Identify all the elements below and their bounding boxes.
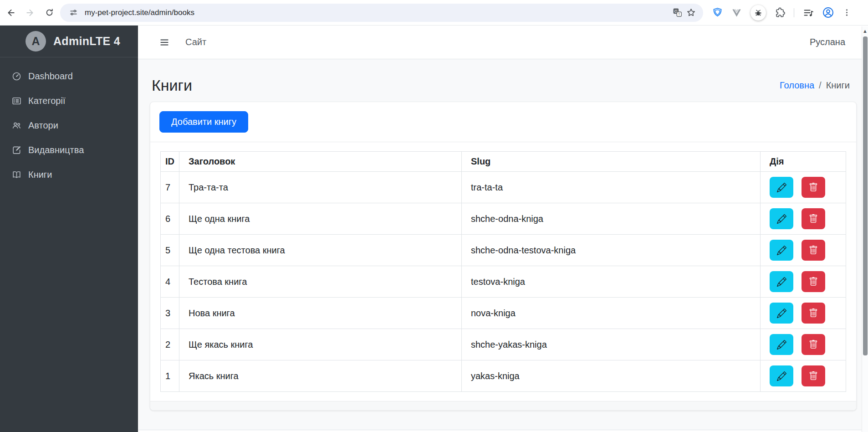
sidebar-nav: Dashboard Категорії Автори Видавництва [0, 57, 138, 187]
page-title: Книги [152, 77, 192, 94]
extensions-puzzle-icon[interactable] [775, 7, 785, 18]
scroll-up-arrow[interactable]: ▲ [862, 28, 868, 34]
book-icon [12, 170, 21, 180]
sidebar-item-label: Автори [28, 120, 58, 131]
sidebar-item-books[interactable]: Книги [0, 162, 138, 187]
column-header-id: ID [161, 152, 179, 172]
book-id: 6 [161, 203, 179, 235]
edit-book-button[interactable] [770, 365, 793, 386]
books-card: Добавити книгу ID Заголовок Slug Дія [150, 102, 857, 411]
breadcrumb-current: Книги [826, 80, 850, 91]
book-actions [761, 235, 846, 266]
reload-icon[interactable] [41, 5, 57, 21]
svg-text:т: т [678, 12, 680, 16]
url-text[interactable]: my-pet-project.site/admin/books [85, 8, 670, 17]
edit-book-button[interactable] [770, 271, 793, 292]
edit-book-button[interactable] [770, 303, 793, 324]
sidebar-toggle-button[interactable] [156, 34, 173, 51]
brand-title: AdminLTE 4 [53, 35, 120, 48]
delete-book-button[interactable] [802, 334, 825, 355]
column-header-slug: Slug [462, 152, 761, 172]
sidebar-item-categories[interactable]: Категорії [0, 88, 138, 113]
browser-nav-buttons [3, 5, 57, 21]
column-header-title: Заголовок [179, 152, 462, 172]
book-id: 7 [161, 172, 179, 203]
shield-extension-icon[interactable] [712, 7, 723, 18]
book-title: Тестова книга [179, 266, 462, 298]
page-scrollbar[interactable]: ▲ [862, 26, 868, 432]
delete-book-button[interactable] [802, 177, 825, 198]
back-icon[interactable] [3, 5, 19, 21]
table-row: 6 Ще одна книга shche-odna-kniga [161, 203, 846, 235]
sidebar-item-label: Категорії [28, 96, 66, 106]
browser-toolbar: my-pet-project.site/admin/books Gт [0, 0, 868, 26]
edit-book-button[interactable] [770, 208, 793, 229]
books-table-body: 7 Тра-та-та tra-ta-ta 6 Ще одна книга sh… [161, 172, 846, 392]
toolbar-separator [794, 8, 794, 17]
add-book-button[interactable]: Добавити книгу [159, 111, 248, 133]
book-title: Якась книга [179, 360, 462, 392]
scrollbar-thumb[interactable] [863, 36, 868, 355]
app-footer-edge [138, 430, 862, 432]
edit-book-button[interactable] [770, 334, 793, 355]
column-header-actions: Дія [761, 152, 846, 172]
sidebar-item-publishers[interactable]: Видавництва [0, 138, 138, 162]
trash-icon [809, 246, 818, 255]
table-row: 1 Якась книга yakas-kniga [161, 360, 846, 392]
trash-icon [809, 183, 818, 192]
trash-icon [809, 277, 818, 286]
book-actions [761, 203, 846, 235]
navbar-user[interactable]: Руслана [810, 37, 845, 47]
book-title: Ще одна тестова книга [179, 235, 462, 266]
edit-book-button[interactable] [770, 177, 793, 198]
navbar-site-link[interactable]: Сайт [185, 37, 206, 47]
pencil-icon [777, 183, 786, 192]
vue-devtools-icon[interactable] [731, 8, 742, 17]
media-controls-icon[interactable] [803, 7, 814, 18]
book-actions [761, 172, 846, 203]
trash-icon [809, 309, 818, 318]
book-title: Ще одна книга [179, 203, 462, 235]
book-slug: yakas-kniga [462, 360, 761, 392]
profile-icon[interactable] [822, 7, 834, 18]
card-footer [150, 401, 856, 410]
forward-icon [22, 5, 38, 21]
book-slug: shche-odna-kniga [462, 203, 761, 235]
menu-kebab-icon[interactable] [842, 8, 851, 17]
book-id: 5 [161, 235, 179, 266]
translate-icon[interactable]: Gт [670, 6, 684, 20]
card-header: Добавити книгу [150, 102, 856, 142]
delete-book-button[interactable] [802, 365, 825, 386]
book-actions [761, 266, 846, 298]
delete-book-button[interactable] [802, 303, 825, 324]
url-bar[interactable]: my-pet-project.site/admin/books Gт [60, 4, 703, 22]
pencil-icon [777, 309, 786, 318]
gauge-icon [12, 72, 21, 81]
delete-book-button[interactable] [802, 271, 825, 292]
top-navbar: Сайт Руслана [138, 26, 868, 59]
book-id: 3 [161, 298, 179, 329]
site-settings-icon[interactable] [66, 6, 80, 20]
book-actions [761, 298, 846, 329]
sidebar-item-dashboard[interactable]: Dashboard [0, 64, 138, 88]
book-title: Ще якась книга [179, 329, 462, 360]
book-title: Тра-та-та [179, 172, 462, 203]
sidebar-item-authors[interactable]: Автори [0, 113, 138, 138]
breadcrumb-home-link[interactable]: Головна [780, 80, 814, 91]
brand-initial: A [31, 35, 40, 48]
book-id: 2 [161, 329, 179, 360]
bookmark-star-icon[interactable] [684, 6, 698, 20]
book-id: 4 [161, 266, 179, 298]
book-id: 1 [161, 360, 179, 392]
pencil-icon [777, 371, 786, 381]
table-row: 3 Нова книга nova-kniga [161, 298, 846, 329]
table-header-row: ID Заголовок Slug Дія [161, 152, 846, 172]
breadcrumb-separator: / [819, 80, 822, 91]
delete-book-button[interactable] [802, 240, 825, 261]
delete-book-button[interactable] [802, 208, 825, 229]
brand[interactable]: A AdminLTE 4 [0, 26, 138, 57]
book-actions [761, 360, 846, 392]
bug-extension-icon[interactable] [751, 5, 766, 21]
table-row: 2 Ще якась книга shche-yakas-kniga [161, 329, 846, 360]
edit-book-button[interactable] [770, 240, 793, 261]
